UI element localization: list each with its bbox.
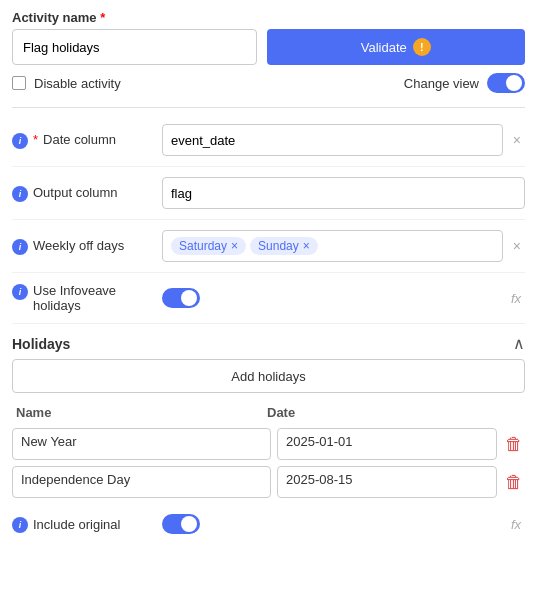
tag-sunday: Sunday × [250, 237, 318, 255]
divider-1 [12, 107, 525, 108]
holiday-row-1: New Year 2025-01-01 🗑 [12, 428, 525, 460]
holidays-header: Holidays ∧ [12, 324, 525, 359]
main-container: Activity name * Validate ! Disable activ… [0, 0, 537, 608]
include-original-toggle[interactable] [162, 514, 200, 534]
infoveave-toggle-container [162, 288, 507, 308]
output-column-label: i Output column [12, 185, 162, 202]
warning-icon: ! [413, 38, 431, 56]
output-column-input[interactable] [162, 177, 525, 209]
delete-holiday-1-button[interactable]: 🗑 [503, 434, 525, 455]
date-column-label: i * Date column [12, 132, 162, 149]
change-view-toggle[interactable]: </> [487, 73, 525, 93]
activity-name-input[interactable] [12, 29, 257, 65]
validate-button[interactable]: Validate ! [267, 29, 526, 65]
required-star: * [100, 10, 105, 25]
include-original-label: i Include original [12, 516, 162, 533]
holidays-title: Holidays [12, 336, 70, 352]
holiday-date-1: 2025-01-01 [277, 428, 497, 460]
output-column-info-icon: i [12, 186, 28, 202]
tags-container[interactable]: Saturday × Sunday × [162, 230, 503, 262]
weekly-off-content: Saturday × Sunday × × [162, 230, 525, 262]
col-name-header: Name [12, 405, 267, 420]
trash-icon-1: 🗑 [505, 434, 523, 455]
col-date-header: Date [267, 405, 497, 420]
use-infoveave-label: i Use Infoveave holidays [12, 283, 162, 313]
use-infoveave-row: i Use Infoveave holidays fx [12, 273, 525, 324]
trash-icon-2: 🗑 [505, 472, 523, 493]
weekly-off-info-icon: i [12, 239, 28, 255]
date-column-input[interactable] [162, 124, 503, 156]
holiday-name-2: Independence Day [12, 466, 271, 498]
date-column-content: × [162, 124, 525, 156]
change-view-right: Change view </> [404, 73, 525, 93]
weekly-off-days-label: i Weekly off days [12, 238, 162, 255]
disable-activity-label: Disable activity [34, 76, 121, 91]
activity-name-label: Activity name * [12, 10, 525, 25]
holidays-table-header: Name Date [12, 401, 525, 424]
collapse-icon[interactable]: ∧ [513, 334, 525, 353]
activity-name-section: Activity name * Validate ! [12, 10, 525, 65]
disable-activity-checkbox[interactable] [12, 76, 26, 90]
sunday-remove-icon[interactable]: × [303, 239, 310, 253]
tag-saturday: Saturday × [171, 237, 246, 255]
weekly-off-days-row: i Weekly off days Saturday × Sunday × × [12, 220, 525, 273]
change-view-label: Change view [404, 76, 479, 91]
date-column-clear-icon[interactable]: × [509, 132, 525, 148]
holiday-date-2: 2025-08-15 [277, 466, 497, 498]
disable-activity-row: Disable activity Change view </> [12, 73, 525, 93]
include-original-row: i Include original fx [12, 504, 525, 534]
date-column-info-icon: i [12, 133, 28, 149]
output-column-row: i Output column [12, 167, 525, 220]
infoveave-info-icon: i [12, 284, 28, 300]
include-fx-icon[interactable]: fx [507, 517, 525, 532]
include-info-icon: i [12, 517, 28, 533]
infoveave-toggle[interactable] [162, 288, 200, 308]
weekly-off-clear-icon[interactable]: × [509, 238, 525, 254]
date-column-row: i * Date column × [12, 114, 525, 167]
add-holidays-button[interactable]: Add holidays [12, 359, 525, 393]
output-column-content [162, 177, 525, 209]
infoveave-fx-icon[interactable]: fx [507, 291, 525, 306]
include-row-right: fx [162, 514, 525, 534]
saturday-remove-icon[interactable]: × [231, 239, 238, 253]
holiday-name-1: New Year [12, 428, 271, 460]
disable-left: Disable activity [12, 76, 121, 91]
delete-holiday-2-button[interactable]: 🗑 [503, 472, 525, 493]
holiday-row-2: Independence Day 2025-08-15 🗑 [12, 466, 525, 498]
